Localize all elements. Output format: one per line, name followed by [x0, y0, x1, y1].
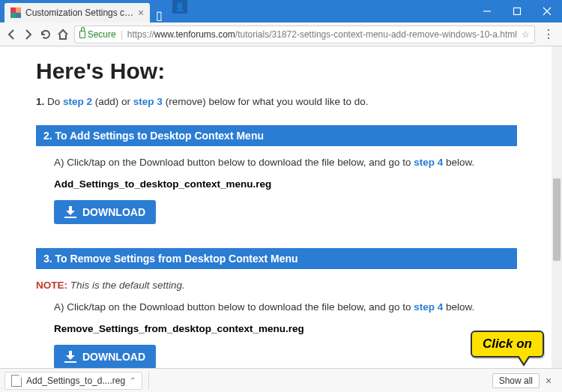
browser-tab[interactable]: Customization Settings c… × — [4, 3, 150, 22]
section-header-2: 2. To Add Settings to Desktop Context Me… — [36, 125, 517, 146]
tab-close-icon[interactable]: × — [138, 7, 144, 18]
browser-menu-button[interactable]: ⋮ — [540, 27, 558, 41]
bookmark-star-icon[interactable]: ☆ — [522, 29, 530, 40]
link-step4-b[interactable]: step 4 — [414, 301, 443, 313]
chevron-up-icon[interactable]: ⌃ — [130, 376, 136, 385]
tab-strip: Customization Settings c… × ▯ — [0, 0, 169, 22]
download-filename: Add_Settings_to_d....reg — [26, 376, 125, 386]
download-icon — [64, 206, 76, 218]
separator — [148, 372, 149, 390]
page-heading: Here's How: — [36, 58, 517, 84]
reload-button[interactable] — [39, 25, 52, 43]
vertical-scrollbar[interactable] — [552, 46, 562, 368]
profile-badge[interactable]: 👤 — [169, 0, 191, 22]
link-step4-a[interactable]: step 4 — [414, 157, 443, 168]
step-3a: A) Click/tap on the Download button belo… — [54, 301, 517, 313]
note: NOTE: This is the default setting. — [36, 280, 517, 291]
download-icon — [64, 351, 76, 363]
home-button[interactable] — [56, 25, 69, 43]
tab-favicon — [10, 7, 21, 18]
minimize-button[interactable] — [472, 0, 502, 22]
scroll-thumb[interactable] — [553, 178, 561, 261]
address-bar[interactable]: Secure | https://www.tenforums.com/tutor… — [74, 25, 535, 43]
window-titlebar: Customization Settings c… × ▯ 👤 — [0, 0, 562, 22]
lock-icon — [79, 31, 85, 38]
shelf-close-button[interactable]: × — [540, 375, 558, 387]
filename-add: Add_Settings_to_desktop_context_menu.reg — [54, 178, 517, 190]
step-2a: A) Click/tap on the Download button belo… — [54, 157, 517, 168]
download-button-remove[interactable]: DOWNLOAD — [54, 345, 156, 368]
link-step3[interactable]: step 3 — [133, 96, 163, 107]
content-area: Here's How: 1. Do step 2 (add) or step 3… — [0, 46, 562, 368]
back-button[interactable] — [4, 25, 17, 43]
browser-toolbar: Secure | https://www.tenforums.com/tutor… — [0, 22, 562, 46]
tab-title: Customization Settings c… — [25, 7, 133, 18]
close-button[interactable] — [532, 0, 562, 22]
show-all-button[interactable]: Show all — [492, 373, 540, 388]
callout-annotation: Click on — [471, 331, 544, 358]
url-text: https://www.tenforums.com/tutorials/3187… — [127, 29, 517, 40]
new-tab-button[interactable]: ▯ — [150, 8, 169, 22]
link-step2[interactable]: step 2 — [63, 96, 92, 107]
section-header-3: 3. To Remove Settings from Desktop Conte… — [36, 248, 517, 269]
download-item[interactable]: Add_Settings_to_d....reg ⌃ — [4, 372, 142, 390]
secure-label: Secure — [88, 29, 116, 40]
page-viewport[interactable]: Here's How: 1. Do step 2 (add) or step 3… — [0, 46, 552, 368]
window-controls — [472, 0, 562, 22]
secure-indicator: Secure — [79, 29, 116, 40]
forward-button[interactable] — [22, 25, 34, 43]
file-icon — [11, 375, 22, 387]
maximize-button[interactable] — [502, 0, 532, 22]
article: Here's How: 1. Do step 2 (add) or step 3… — [0, 49, 540, 368]
svg-rect-1 — [514, 8, 521, 15]
step-1: 1. Do step 2 (add) or step 3 (remove) be… — [36, 96, 517, 107]
filename-remove: Remove_Settings_from_desktop_context_men… — [54, 323, 517, 334]
download-shelf: Add_Settings_to_d....reg ⌃ Show all × — [0, 368, 562, 392]
download-button-add[interactable]: DOWNLOAD — [54, 200, 156, 224]
